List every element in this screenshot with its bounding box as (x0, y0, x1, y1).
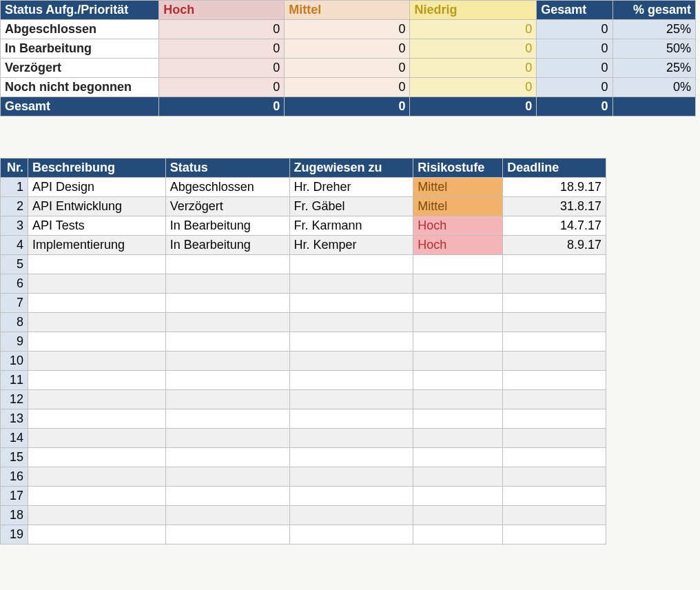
task-cell-assigned[interactable] (289, 352, 413, 371)
task-cell-risk[interactable] (413, 525, 503, 545)
task-cell-status[interactable]: Abgeschlossen (165, 178, 289, 197)
task-cell-deadline[interactable] (503, 255, 606, 274)
summary-cell-niedrig[interactable]: 0 (410, 39, 537, 59)
task-cell-risk[interactable]: Hoch (413, 236, 503, 255)
task-cell-status[interactable]: In Bearbeitung (165, 216, 289, 236)
task-cell-deadline[interactable] (503, 467, 606, 487)
task-cell-desc[interactable] (28, 429, 165, 448)
task-cell-desc[interactable] (28, 371, 165, 390)
task-cell-assigned[interactable] (289, 294, 413, 313)
task-cell-deadline[interactable]: 18.9.17 (503, 178, 606, 197)
task-cell-nr[interactable]: 1 (1, 178, 28, 197)
task-cell-deadline[interactable] (503, 313, 606, 332)
task-cell-nr[interactable]: 16 (1, 467, 28, 487)
task-cell-nr[interactable]: 8 (1, 313, 28, 332)
summary-cell-hoch[interactable]: 0 (159, 78, 285, 97)
task-cell-nr[interactable]: 5 (1, 255, 28, 274)
task-cell-assigned[interactable] (289, 429, 413, 448)
summary-cell-hoch[interactable]: 0 (159, 20, 285, 39)
summary-cell-mittel[interactable]: 0 (285, 39, 410, 59)
task-cell-assigned[interactable] (289, 448, 413, 467)
task-cell-risk[interactable] (413, 371, 503, 390)
task-cell-status[interactable] (165, 429, 289, 448)
task-cell-risk[interactable] (413, 409, 503, 429)
task-cell-status[interactable] (165, 448, 289, 467)
summary-cell-niedrig[interactable]: 0 (410, 59, 537, 78)
task-cell-desc[interactable] (28, 448, 165, 467)
task-cell-nr[interactable]: 14 (1, 429, 28, 448)
task-cell-desc[interactable] (28, 467, 165, 487)
task-cell-status[interactable] (165, 390, 289, 409)
task-cell-nr[interactable]: 4 (1, 236, 28, 255)
task-cell-status[interactable] (165, 313, 289, 332)
task-cell-status[interactable]: Verzögert (165, 197, 289, 216)
task-cell-desc[interactable] (28, 352, 165, 371)
task-cell-assigned[interactable] (289, 487, 413, 506)
task-cell-status[interactable] (165, 487, 289, 506)
task-cell-risk[interactable] (413, 294, 503, 313)
task-cell-desc[interactable]: API Tests (28, 216, 165, 236)
task-cell-nr[interactable]: 6 (1, 274, 28, 294)
task-cell-assigned[interactable] (289, 255, 413, 274)
task-cell-desc[interactable] (28, 409, 165, 429)
task-cell-status[interactable] (165, 525, 289, 545)
task-cell-deadline[interactable]: 8.9.17 (503, 236, 606, 255)
task-cell-nr[interactable]: 10 (1, 352, 28, 371)
task-cell-deadline[interactable]: 14.7.17 (503, 216, 606, 236)
task-cell-nr[interactable]: 13 (1, 409, 28, 429)
task-cell-assigned[interactable]: Hr. Kemper (289, 236, 413, 255)
task-cell-deadline[interactable] (503, 332, 606, 352)
summary-cell-niedrig[interactable]: 0 (410, 20, 537, 39)
task-cell-status[interactable] (165, 467, 289, 487)
summary-cell-mittel[interactable]: 0 (285, 59, 410, 78)
task-cell-assigned[interactable] (289, 409, 413, 429)
task-cell-assigned[interactable]: Hr. Dreher (289, 178, 413, 197)
task-cell-deadline[interactable] (503, 506, 606, 525)
task-cell-desc[interactable]: API Entwicklung (28, 197, 165, 216)
task-cell-assigned[interactable]: Fr. Gäbel (289, 197, 413, 216)
task-cell-deadline[interactable] (503, 525, 606, 545)
task-cell-desc[interactable] (28, 506, 165, 525)
task-cell-desc[interactable] (28, 487, 165, 506)
task-cell-assigned[interactable] (289, 274, 413, 294)
task-cell-deadline[interactable]: 31.8.17 (503, 197, 606, 216)
task-cell-deadline[interactable] (503, 487, 606, 506)
task-cell-deadline[interactable] (503, 274, 606, 294)
task-cell-deadline[interactable] (503, 371, 606, 390)
task-cell-assigned[interactable] (289, 390, 413, 409)
task-cell-assigned[interactable] (289, 506, 413, 525)
summary-cell-mittel[interactable]: 0 (285, 20, 410, 39)
task-cell-desc[interactable]: Implementierung (28, 236, 165, 255)
task-cell-status[interactable] (165, 352, 289, 371)
task-cell-status[interactable] (165, 409, 289, 429)
task-cell-risk[interactable] (413, 313, 503, 332)
task-cell-assigned[interactable] (289, 371, 413, 390)
task-cell-desc[interactable] (28, 313, 165, 332)
task-cell-deadline[interactable] (503, 448, 606, 467)
task-cell-deadline[interactable] (503, 352, 606, 371)
task-cell-status[interactable] (165, 371, 289, 390)
task-cell-nr[interactable]: 3 (1, 216, 28, 236)
task-cell-risk[interactable] (413, 332, 503, 352)
task-cell-risk[interactable] (413, 506, 503, 525)
task-cell-assigned[interactable] (289, 525, 413, 545)
task-cell-deadline[interactable] (503, 294, 606, 313)
task-cell-nr[interactable]: 18 (1, 506, 28, 525)
task-cell-assigned[interactable]: Fr. Karmann (289, 216, 413, 236)
task-cell-desc[interactable] (28, 274, 165, 294)
task-cell-nr[interactable]: 2 (1, 197, 28, 216)
task-cell-assigned[interactable] (289, 332, 413, 352)
task-cell-risk[interactable]: Mittel (413, 197, 503, 216)
task-cell-nr[interactable]: 17 (1, 487, 28, 506)
task-cell-risk[interactable] (413, 487, 503, 506)
task-cell-desc[interactable] (28, 332, 165, 352)
task-cell-nr[interactable]: 15 (1, 448, 28, 467)
task-cell-nr[interactable]: 7 (1, 294, 28, 313)
task-cell-status[interactable] (165, 506, 289, 525)
task-cell-risk[interactable] (413, 255, 503, 274)
task-cell-nr[interactable]: 12 (1, 390, 28, 409)
task-cell-assigned[interactable] (289, 467, 413, 487)
task-cell-nr[interactable]: 19 (1, 525, 28, 545)
task-cell-risk[interactable] (413, 429, 503, 448)
task-cell-status[interactable] (165, 255, 289, 274)
